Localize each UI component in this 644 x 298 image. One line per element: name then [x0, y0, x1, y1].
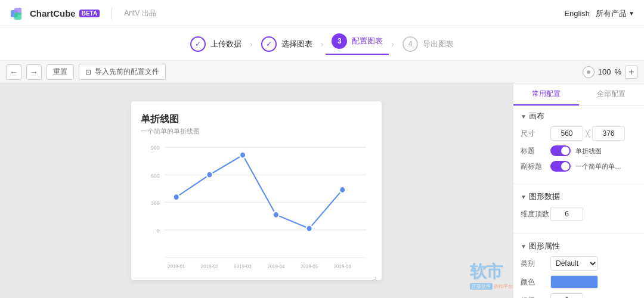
step-3-circle: 3: [332, 33, 347, 49]
precision-input[interactable]: [550, 207, 583, 221]
size-label: 尺寸: [521, 129, 550, 139]
toolbar: ← → 重置 ⊡ 导入先前的配置文件 100 % +: [0, 61, 644, 83]
header-divider: [112, 8, 112, 20]
import-icon: ⊡: [85, 68, 91, 76]
svg-point-23: [339, 187, 345, 193]
tab-common[interactable]: 常用配置: [513, 83, 579, 105]
canvas-section-arrow: ▼: [521, 113, 527, 120]
all-products-button[interactable]: 所有产品 ▼: [596, 8, 634, 19]
subtitle-toggle-area: 一个简单的单折线: [550, 161, 637, 172]
language-button[interactable]: English: [564, 9, 590, 18]
beta-badge: BETA: [79, 10, 100, 17]
step-2[interactable]: ✓ 选择图表: [255, 36, 318, 52]
svg-text:0: 0: [157, 227, 160, 234]
zoom-in-button[interactable]: +: [625, 66, 638, 79]
graphic-section-title: 图形属性: [529, 241, 560, 252]
svg-text:2019-02: 2019-02: [201, 263, 218, 269]
size-separator: ╳: [586, 130, 590, 138]
svg-text:2019-04: 2019-04: [267, 263, 284, 269]
data-section: ▼ 图形数据 维度顶数: [513, 187, 644, 231]
graphic-section-header[interactable]: ▼ 图形属性: [521, 241, 637, 252]
logo: ChartCube BETA: [10, 5, 100, 22]
step-arrow-3: ›: [391, 39, 394, 49]
step-2-circle: ✓: [261, 36, 277, 52]
title-toggle[interactable]: [550, 145, 571, 156]
title-toggle-area: 单折线图: [550, 145, 637, 156]
color-swatch-area: [550, 275, 637, 288]
precision-row: 维度顶数: [521, 207, 637, 221]
data-section-header[interactable]: ▼ 图形数据: [521, 191, 637, 202]
subtitle-toggle-label: 副标题: [521, 162, 550, 172]
color-label: 颜色: [521, 277, 550, 287]
logo-icon: [10, 5, 26, 22]
step-1[interactable]: ✓ 上传数据: [184, 36, 247, 52]
step-4[interactable]: 4 导出图表: [397, 36, 460, 52]
step-3[interactable]: 3 配置图表: [326, 33, 389, 55]
tab-all[interactable]: 全部配置: [579, 83, 645, 105]
canvas-section-title: 画布: [529, 111, 544, 122]
logo-text: ChartCube: [30, 8, 76, 18]
title-toggle-label: 标题: [521, 146, 550, 156]
panel-tabs: 常用配置 全部配置: [513, 83, 644, 106]
reset-button[interactable]: 重置: [47, 64, 74, 80]
canvas-section: ▼ 画布 尺寸 ╳ 标题 单折线图: [513, 106, 644, 181]
svg-text:300: 300: [151, 199, 160, 206]
steps-bar: ✓ 上传数据 › ✓ 选择图表 › 3 配置图表 › 4 导出图表: [0, 27, 644, 61]
svg-rect-2: [14, 13, 21, 20]
undo-button[interactable]: ←: [6, 64, 21, 80]
type-select[interactable]: Default: [550, 256, 598, 271]
zoom-value: 100: [598, 67, 611, 76]
zoom-area: 100 % +: [583, 66, 638, 79]
color-swatch[interactable]: [550, 275, 598, 288]
zoom-unit: %: [614, 67, 621, 76]
size-inputs: ╳: [550, 126, 637, 141]
color-row: 颜色: [521, 275, 637, 288]
app-header: ChartCube BETA AntV 出品 English 所有产品 ▼: [0, 0, 644, 27]
svg-text:900: 900: [151, 144, 160, 151]
size-row: 尺寸 ╳: [521, 126, 637, 141]
step-1-label: 上传数据: [210, 39, 242, 49]
title-value: 单折线图: [575, 147, 602, 156]
import-label: 导入先前的配置文件: [95, 67, 159, 77]
chart-title: 单折线图: [141, 113, 372, 126]
svg-text:2019-06: 2019-06: [334, 263, 351, 269]
type-select-area: Default: [550, 256, 637, 271]
chart-subtitle: 一个简单的单折线图: [141, 127, 372, 136]
antv-label: AntV 出品: [124, 8, 156, 18]
stroke-row: 粗细: [521, 293, 637, 298]
step-arrow-2: ›: [321, 39, 324, 49]
graphic-section: ▼ 图形属性 类别 Default 颜色 粗细: [513, 236, 644, 298]
svg-text:2019-03: 2019-03: [234, 263, 252, 269]
svg-point-18: [174, 194, 179, 200]
svg-point-20: [240, 152, 246, 159]
all-products-label: 所有产品: [596, 8, 627, 19]
type-row: 类别 Default: [521, 256, 637, 271]
step-3-label: 配置图表: [352, 36, 383, 46]
canvas-width-input[interactable]: [550, 126, 583, 141]
precision-label: 维度顶数: [521, 209, 550, 219]
data-section-arrow: ▼: [521, 194, 527, 200]
step-4-circle: 4: [402, 36, 418, 52]
svg-point-19: [206, 172, 212, 178]
step-1-circle: ✓: [190, 36, 206, 52]
import-config-button[interactable]: ⊡ 导入先前的配置文件: [79, 64, 166, 80]
subtitle-toggle[interactable]: [550, 161, 571, 172]
svg-text:600: 600: [151, 172, 160, 179]
stroke-input-area: [550, 293, 637, 298]
zoom-circle-indicator: [583, 66, 595, 78]
canvas-height-input[interactable]: [592, 126, 625, 141]
chart-card: 单折线图 一个简单的单折线图 900 600 300 0 2019-01 20: [131, 101, 382, 280]
canvas-area[interactable]: 单折线图 一个简单的单折线图 900 600 300 0 2019-01 20: [0, 83, 513, 298]
step-4-label: 导出图表: [423, 39, 454, 49]
graphic-section-arrow: ▼: [521, 243, 527, 250]
resize-handle[interactable]: [373, 272, 379, 278]
header-left: ChartCube BETA AntV 出品: [10, 5, 156, 22]
stroke-label: 粗细: [521, 296, 550, 299]
subtitle-value: 一个简单的单折线: [575, 162, 623, 171]
line-chart-svg: 900 600 300 0 2019-01 2019-02 2019-03 20…: [141, 141, 372, 272]
stroke-input[interactable]: [550, 293, 583, 298]
svg-text:2019-05: 2019-05: [301, 263, 318, 269]
redo-button[interactable]: →: [26, 64, 42, 80]
canvas-section-header[interactable]: ▼ 画布: [521, 111, 637, 122]
step-arrow-1: ›: [250, 39, 253, 49]
